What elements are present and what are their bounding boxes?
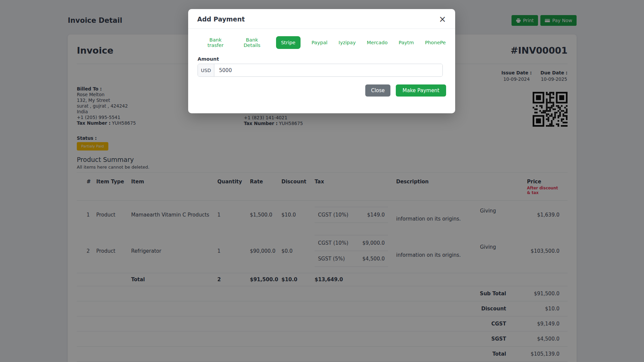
tab-paytm[interactable]: Paytm	[399, 40, 414, 45]
tab-phonepe[interactable]: PhonePe	[425, 40, 446, 45]
modal-title: Add Payment	[197, 15, 245, 23]
amount-input[interactable]	[214, 64, 442, 76]
make-payment-button[interactable]: Make Payment	[396, 84, 446, 97]
tab-bank-details[interactable]: Bank Details	[239, 37, 265, 48]
tab-mercado[interactable]: Mercado	[367, 40, 388, 45]
currency-prefix: USD	[198, 64, 214, 76]
tab-paypal[interactable]: Paypal	[312, 40, 328, 45]
tab-bank-transfer[interactable]: Bank trasfer	[203, 37, 228, 48]
amount-input-group: USD	[198, 64, 443, 77]
modal-footer: Close Make Payment	[188, 77, 455, 113]
tab-iyzipay[interactable]: Iyzipay	[338, 40, 356, 45]
close-icon[interactable]: ×	[439, 16, 446, 22]
modal-header: Add Payment ×	[188, 9, 455, 29]
amount-label: Amount	[198, 56, 446, 62]
screen: Invoice Detail Print Pay Now Invoice #IN…	[0, 0, 644, 362]
modal-body: Bank trasfer Bank Details Stripe Paypal …	[188, 29, 455, 77]
tab-stripe[interactable]: Stripe	[276, 36, 301, 49]
modal-close-button[interactable]: Close	[365, 84, 390, 97]
add-payment-modal: Add Payment × Bank trasfer Bank Details …	[188, 9, 455, 113]
payment-method-tabs: Bank trasfer Bank Details Stripe Paypal …	[203, 36, 446, 49]
